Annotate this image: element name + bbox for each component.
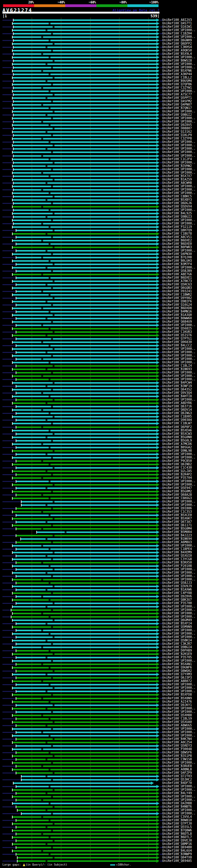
- hit-label[interactable]: UniRef100_B4L925: [162, 212, 192, 215]
- hit-label[interactable]: UniRef100_UPI000..: [162, 66, 195, 69]
- hit-label[interactable]: UniRef100_B6DTL7: [162, 835, 192, 839]
- hit-label[interactable]: UniRef100_P20108: [162, 564, 192, 567]
- hit-label[interactable]: UniRef100_UPI000..: [162, 483, 195, 486]
- hit-label[interactable]: UniRef100_C6K6G3: [162, 496, 192, 500]
- alignment-row[interactable]: UniRef100_C1BLW7: [0, 422, 197, 425]
- hit-label[interactable]: UniRef100_B0SGA2: [162, 445, 192, 449]
- hit-label[interactable]: UniRef100_UPI000..: [162, 398, 195, 401]
- hit-label[interactable]: UniRef100_UPI000..: [162, 222, 195, 225]
- hit-label[interactable]: UniRef100_UPI000..: [162, 731, 195, 734]
- hit-label[interactable]: UniRef100_UPI000..: [162, 503, 195, 506]
- hit-label[interactable]: UniRef100_Q68A28: [162, 493, 192, 496]
- hit-label[interactable]: UniRef100_B1N694: [162, 537, 192, 540]
- hit-label[interactable]: UniRef100_UPI000..: [162, 795, 195, 798]
- hit-label[interactable]: UniRef100_A6M8U3: [162, 540, 192, 544]
- hit-label[interactable]: UniRef100_Q4SFM2: [162, 99, 192, 103]
- hit-label[interactable]: UniRef100_UPI000..: [162, 188, 195, 191]
- hit-label[interactable]: UniRef100_B2R4P2: [162, 473, 192, 476]
- hit-label[interactable]: UniRef100_Q6P8F2: [162, 425, 192, 429]
- hit-label[interactable]: UniRef100_UPI000..: [162, 323, 195, 327]
- hit-label[interactable]: UniRef100_Q6T3A7: [162, 520, 192, 523]
- hit-label[interactable]: UniRef100_B4HTI8: [162, 395, 192, 398]
- hit-label[interactable]: UniRef100_B3NF19: [162, 384, 192, 388]
- hit-label[interactable]: UniRef100_Q61171: [162, 523, 192, 527]
- hit-label[interactable]: UniRef100_UPI000..: [162, 710, 195, 713]
- hit-label[interactable]: UniRef100_A8I2V3: [162, 18, 192, 22]
- hit-label[interactable]: UniRef100_B5X8N9: [162, 696, 192, 700]
- hit-label[interactable]: UniRef100_Q5RC63: [162, 283, 192, 286]
- hit-label[interactable]: UniRef100_B3RUE8: [162, 764, 192, 768]
- hit-label[interactable]: UniRef100_B3NWP9: [162, 852, 192, 856]
- hit-label[interactable]: UniRef100_B7Q8W6: [162, 829, 192, 832]
- hit-label[interactable]: UniRef100_P0CB50: [162, 459, 192, 463]
- hit-label[interactable]: UniRef100_C3YCG8: [162, 557, 192, 561]
- hit-label[interactable]: UniRef100_B5G0M2: [162, 490, 192, 493]
- hit-label[interactable]: UniRef100_UPI000..: [162, 784, 195, 788]
- hit-label[interactable]: UniRef100_UPI000..: [162, 347, 195, 350]
- hit-label[interactable]: UniRef100_Q9BGI4: [162, 645, 192, 649]
- hit-label[interactable]: UniRef100_UPI000..: [162, 727, 195, 731]
- hit-label[interactable]: UniRef100_C3KJR7: [162, 642, 192, 645]
- hit-label[interactable]: UniRef100_UPI000..: [162, 140, 195, 144]
- hit-label[interactable]: UniRef100_UPI000..: [162, 144, 195, 147]
- hit-label[interactable]: UniRef100_C1C2F4: [162, 157, 192, 161]
- hit-label[interactable]: UniRef100_B1AZS9: [162, 178, 192, 181]
- hit-label[interactable]: UniRef100_Q8H7Q9: [162, 228, 192, 232]
- hit-label[interactable]: UniRef100_B5G0N0: [162, 435, 192, 439]
- hit-label[interactable]: UniRef100_Q6IND2: [162, 463, 192, 466]
- hit-label[interactable]: UniRef100_B0LUH3: [162, 259, 192, 262]
- hit-label[interactable]: UniRef100_Q5XUI0: [162, 554, 192, 557]
- hit-label[interactable]: UniRef100_UPI000..: [162, 635, 195, 639]
- hit-label[interactable]: UniRef100_B0WSI8: [162, 59, 192, 62]
- hit-label[interactable]: UniRef100_B4PCW4: [162, 381, 192, 384]
- hit-label[interactable]: UniRef100_Q9GNF6: [162, 666, 192, 669]
- hit-label[interactable]: UniRef100_Q555L5: [162, 825, 192, 829]
- hit-label[interactable]: UniRef100_UPI000..: [162, 171, 195, 174]
- hit-label[interactable]: UniRef100_Q13162: [162, 130, 192, 133]
- hit-label[interactable]: UniRef100_Q6DGJ6: [162, 202, 192, 205]
- hit-label[interactable]: UniRef100_Q5BJJ3: [162, 581, 192, 584]
- hit-label[interactable]: UniRef100_UPI000..: [162, 578, 195, 581]
- hit-label[interactable]: UniRef100_Q9NL98: [162, 449, 192, 452]
- hit-label[interactable]: UniRef100_B3S1P8: [162, 754, 192, 757]
- hit-label[interactable]: UniRef100_Q5BJB9: [162, 269, 192, 273]
- hit-label[interactable]: UniRef100_B5G0L9: [162, 439, 192, 442]
- hit-label[interactable]: UniRef100_Q568I5: [162, 327, 192, 330]
- hit-label[interactable]: UniRef100_Q04TX0: [162, 856, 192, 859]
- hit-label[interactable]: UniRef100_UPI000..: [162, 571, 195, 574]
- hit-label[interactable]: UniRef100_A8R072: [162, 679, 192, 683]
- hit-label[interactable]: UniRef100_B3VHW2: [162, 164, 192, 167]
- hit-label[interactable]: UniRef100_B4L6U4: [162, 849, 192, 852]
- hit-label[interactable]: UniRef100_B1AXW6: [162, 588, 192, 591]
- hit-label[interactable]: UniRef100_UPI000..: [162, 544, 195, 547]
- alignment-row[interactable]: UniRef100_B5XFD8: [0, 693, 197, 696]
- hit-label[interactable]: UniRef100_Q643S2: [162, 388, 192, 391]
- hit-label[interactable]: UniRef100_B1N693: [162, 367, 192, 371]
- hit-label[interactable]: UniRef100_B4LCC2: [162, 344, 192, 347]
- hit-label[interactable]: UniRef100_UPI000..: [162, 35, 195, 38]
- hit-label[interactable]: UniRef100_Q5XUA0: [162, 720, 192, 723]
- hit-label[interactable]: UniRef100_O08807: [162, 127, 192, 130]
- hit-label[interactable]: UniRef100_Q5XH88: [162, 713, 192, 717]
- hit-label[interactable]: UniRef100_UPI000..: [162, 632, 195, 635]
- hit-label[interactable]: UniRef100_Q6GNH9: [162, 38, 192, 42]
- hit-label[interactable]: UniRef100_A8CWH8: [162, 181, 192, 184]
- hit-label[interactable]: UniRef100_Q6B4U9: [162, 320, 192, 323]
- hit-label[interactable]: UniRef100_Q9BIF6: [162, 300, 192, 303]
- hit-label[interactable]: UniRef100_UPI000..: [162, 28, 195, 32]
- hit-label[interactable]: UniRef100_Q6DV14: [162, 408, 192, 411]
- hit-label[interactable]: UniRef100_UPI000..: [162, 266, 195, 269]
- hit-label[interactable]: UniRef100_B9USM4: [162, 79, 192, 83]
- hit-label[interactable]: UniRef100_UPI000..: [162, 452, 195, 456]
- hit-label[interactable]: UniRef100_B4XEM9: [162, 551, 192, 554]
- hit-label[interactable]: UniRef100_Q4PN07: [162, 103, 192, 106]
- hit-label[interactable]: UniRef100_UPI000..: [162, 659, 195, 662]
- hit-label[interactable]: UniRef100_UPI000..: [162, 184, 195, 188]
- hit-label[interactable]: UniRef100_Q2LZA5: [162, 469, 192, 473]
- hit-label[interactable]: UniRef100_C8BKC5: [162, 195, 192, 198]
- hit-label[interactable]: UniRef100_Q4PN30: [162, 252, 192, 255]
- hit-label[interactable]: UniRef100_UPI000..: [162, 62, 195, 66]
- hit-label[interactable]: UniRef100_B3M7F4: [162, 262, 192, 266]
- hit-label[interactable]: UniRef100_C9W1S8: [162, 757, 192, 761]
- hit-label[interactable]: UniRef100_UPI000..: [162, 371, 195, 374]
